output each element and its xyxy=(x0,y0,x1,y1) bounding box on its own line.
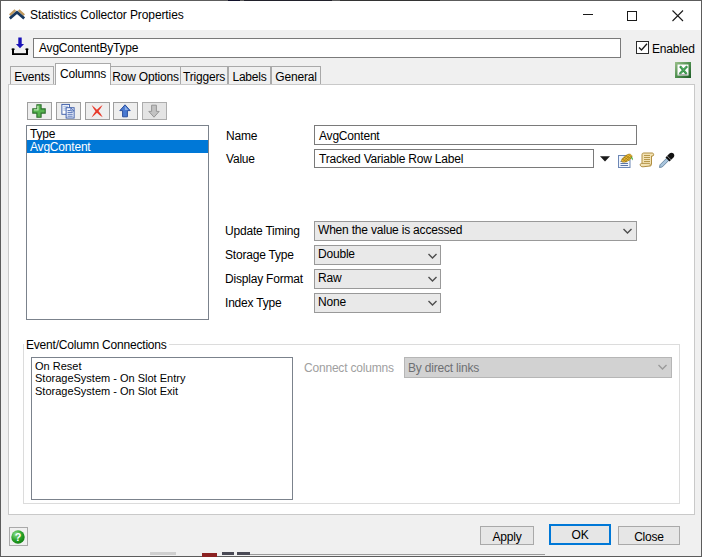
svg-text:?: ? xyxy=(15,531,22,543)
